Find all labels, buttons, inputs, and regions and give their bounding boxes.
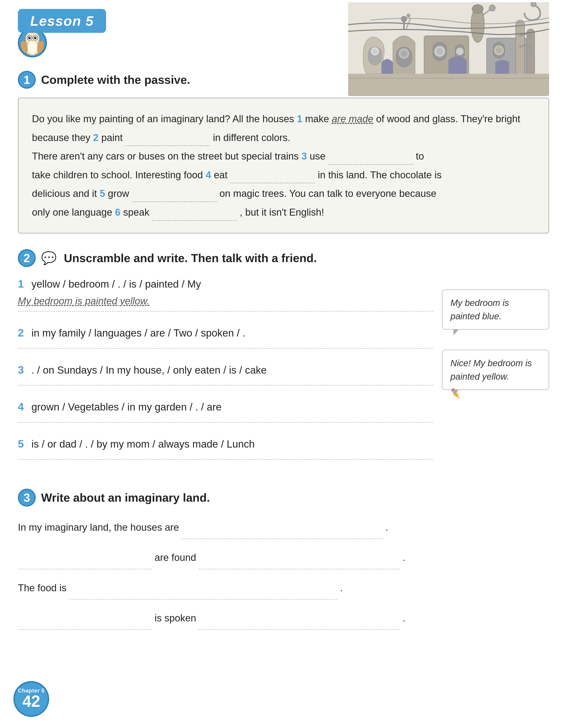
section-1-number: 1 [18,71,36,89]
item-6-num: 6 [115,207,120,218]
page-number: 42 [22,692,40,710]
pencil-icon: ✏️ [449,386,460,400]
item-1-answer-text[interactable]: My bedroom is painted yellow. [18,295,433,307]
text-after-5: on magic trees. You can talk to everyone… [220,188,436,199]
section-1-instruction: Complete with the passive. [41,73,190,86]
section3-line1-before: In my imaginary land, the houses are [18,522,182,533]
section3-line4-after: . [403,612,405,623]
exercise-area: 1 yellow / bedroom / . / is / painted / … [18,276,549,473]
section-2-title: 2 💬 Unscramble and write. Then talk with… [18,249,549,267]
item-5-number: 5 [18,438,24,450]
section3-line2-fill-start[interactable] [18,569,152,569]
item-6-word: speak [123,207,152,218]
item-3-row: 3 . / on Sundays / In my house, / only e… [18,362,433,379]
svg-point-22 [401,16,407,22]
text-to: to [416,151,424,162]
section3-line1-after: . [385,522,388,533]
section3-line2-after: . [403,552,405,563]
item-5-answer-line[interactable] [18,459,433,460]
exercise-item-2: 2 in my family / languages / are / Two /… [18,325,433,349]
item-2-number: 2 [18,327,24,339]
item-4-text: grown / Vegetables / in my garden / . / … [32,399,222,415]
svg-point-13 [27,41,37,54]
item-3-answer-line[interactable] [18,385,433,385]
svg-point-23 [407,14,410,17]
svg-point-41 [531,2,536,7]
speech-bubble-area: My bedroom is painted blue. Nice! My bed… [442,289,549,390]
section3-line3-fill[interactable] [69,599,337,600]
page: Lesson 5 [0,0,567,728]
item-5-blank[interactable] [132,202,217,202]
lesson-badge: Lesson 5 [18,9,106,33]
section-2: 2 💬 Unscramble and write. Then talk with… [18,249,549,473]
section3-line-1: In my imaginary land, the houses are . [18,515,549,539]
text-after-6: , but it isn't English! [240,207,324,218]
section3-line2-fill-end[interactable] [199,569,400,569]
item-2-text: in my family / languages / are / Two / s… [32,325,246,341]
svg-point-9 [35,37,36,38]
exercise-item-4: 4 grown / Vegetables / in my garden / . … [18,399,433,423]
section3-line-3: The food is . [18,576,549,600]
text-only: only one language [32,207,115,218]
text-intro-3: There aren't any cars or buses on the st… [32,151,301,162]
item-2-blank[interactable] [125,145,210,146]
section3-line4-fill-start[interactable] [18,629,152,630]
svg-point-6 [28,36,31,39]
item-6-blank[interactable] [152,220,237,221]
text-take: take children to school. Interesting foo… [32,169,206,180]
svg-point-34 [489,5,495,11]
item-3-number: 3 [18,364,24,376]
item-4-number: 4 [18,401,24,413]
text-after-2: in different colors. [213,132,290,143]
item-1-answer: are made [332,113,373,124]
svg-point-17 [372,49,378,54]
svg-point-7 [34,36,37,39]
exercise-items: 1 yellow / bedroom / . / is / painted / … [18,276,433,473]
svg-point-38 [496,47,502,53]
svg-point-30 [456,47,464,55]
item-3-blank[interactable] [328,164,413,165]
section-3-instruction: Write about an imaginary land. [41,491,210,504]
item-3-text: . / on Sundays / In my house, / only eat… [32,362,267,379]
item-2-answer-line[interactable] [18,348,433,349]
svg-point-8 [29,37,30,38]
item-3-word: use [310,151,328,162]
svg-rect-42 [348,74,549,96]
item-4-answer-line[interactable] [18,422,433,423]
svg-point-32 [472,4,483,13]
speech-bubble-2: Nice! My bedroom is painted yellow. ✏️ [442,350,549,390]
speech-bubble-1-text: My bedroom is painted blue. [450,298,509,321]
section3-line3-after: . [340,582,342,593]
svg-point-28 [436,48,443,55]
speech-bubble-2-text: Nice! My bedroom is painted yellow. [450,358,532,381]
exercise-item-5: 5 is / or dad / . / by my mom / always m… [18,436,433,460]
section-2-number: 2 [18,249,36,267]
section-3: 3 Write about an imaginary land. In my i… [18,489,549,630]
item-1-row: 1 yellow / bedroom / . / is / painted / … [18,276,433,292]
item-1-word: make [305,113,332,124]
text-delicious: delicious and it [32,188,100,199]
item-1-text: yellow / bedroom / . / is / painted / My [32,276,201,292]
section3-line4-fill-end[interactable] [199,629,400,630]
item-2-num: 2 [93,132,99,143]
item-1-num: 1 [297,113,302,124]
item-2-row: 2 in my family / languages / are / Two /… [18,325,433,341]
section-2-instruction: Unscramble and write. Then talk with a f… [64,251,317,265]
page-number-badge: Chapter 5 42 [13,681,49,717]
chat-icon: 💬 [41,251,57,265]
item-1-number: 1 [18,278,24,290]
item-3-num: 3 [301,151,307,162]
section-3-title: 3 Write about an imaginary land. [18,489,549,507]
section3-line-2: are found . [18,546,549,569]
speech-bubble-1: My bedroom is painted blue. [442,289,549,330]
header-left: Lesson 5 [18,9,106,57]
item-4-blank[interactable] [230,183,315,183]
item-1-answer-line[interactable] [18,311,433,311]
item-5-row: 5 is / or dad / . / by my mom / always m… [18,436,433,452]
svg-rect-39 [516,20,525,78]
section3-line2-mid: are found [155,552,199,563]
section3-line-4: is spoken . [18,606,549,630]
section3-line1-fill[interactable] [182,539,383,539]
text-after-4: in this land. The chocolate is [318,169,441,180]
item-2-word: paint [101,132,126,143]
